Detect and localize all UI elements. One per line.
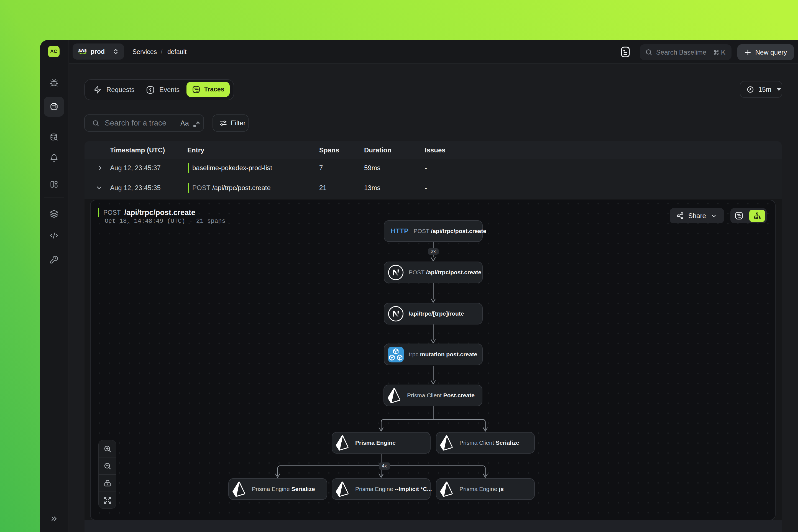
svg-text:aws: aws (78, 48, 87, 53)
